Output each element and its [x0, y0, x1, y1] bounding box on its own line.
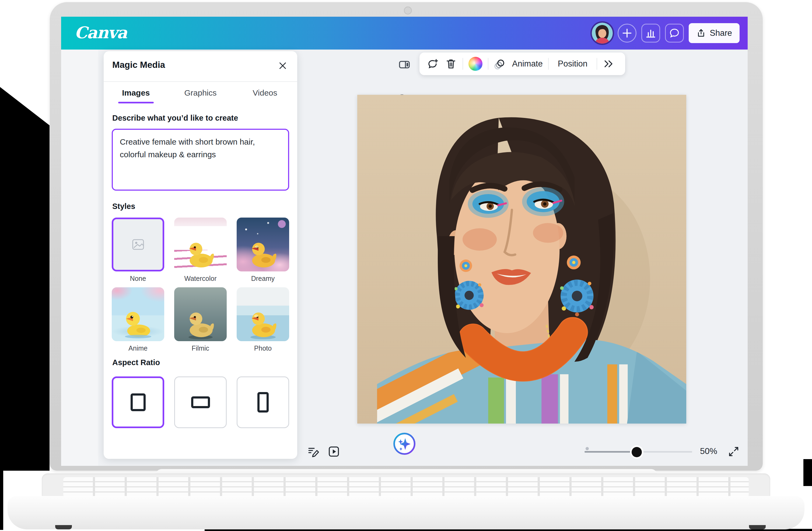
style-option-none[interactable] [112, 218, 164, 271]
fullscreen-button[interactable] [727, 445, 740, 459]
style-option-photo[interactable] [237, 287, 289, 341]
style-option-dreamy[interactable] [237, 218, 289, 271]
notes-button[interactable] [307, 445, 320, 459]
duck-filmic [183, 308, 218, 340]
notes-icon [307, 445, 320, 458]
laptop-camera [404, 6, 412, 15]
describe-heading: Describe what you’d like to create [112, 114, 238, 123]
toolbar-divider [597, 58, 597, 70]
insights-icon [645, 27, 657, 39]
background-artifact-right [803, 459, 812, 486]
aspect-option-landscape[interactable] [174, 376, 227, 428]
background-artifact-left [0, 87, 49, 471]
avatar[interactable] [592, 23, 613, 44]
top-bar: Canva [61, 17, 748, 49]
context-toolbar: Animate Position [419, 53, 625, 75]
close-button[interactable] [275, 58, 290, 73]
square-ratio-icon [131, 393, 146, 411]
aspect-option-portrait[interactable] [237, 376, 289, 428]
top-bar-controls: Share [592, 17, 740, 49]
animate-motion-icon[interactable] [494, 57, 507, 70]
toolbar-divider [488, 58, 488, 70]
insights-button[interactable] [641, 24, 660, 43]
duck-watercolor [183, 238, 218, 270]
portrait-ratio-icon [257, 392, 269, 413]
style-label: Photo [237, 344, 289, 352]
style-label: Dreamy [237, 275, 289, 283]
page: Canva [0, 0, 812, 531]
add-icon [621, 27, 633, 39]
share-upload-icon [696, 28, 706, 38]
panel-tabs: Images Graphics Videos [104, 82, 297, 104]
add-button[interactable] [618, 24, 636, 43]
canva-app-window: Canva [61, 17, 748, 466]
laptop-base [8, 496, 804, 529]
duck-photo [246, 308, 280, 340]
ai-assistant-icon [393, 432, 416, 455]
ai-assistant-button[interactable] [393, 432, 416, 455]
styles-heading: Styles [112, 202, 135, 211]
present-button[interactable] [328, 445, 340, 459]
background-artifact-left-bottom [0, 471, 3, 530]
image-placeholder-icon [131, 238, 145, 252]
design-icon [398, 58, 411, 71]
sidebar-item-design[interactable] [397, 58, 411, 72]
style-label: Filmic [174, 344, 227, 352]
comment-add-icon[interactable] [426, 57, 439, 70]
aspect-ratio-heading: Aspect Ratio [112, 358, 160, 367]
panel-title: Magic Media [112, 60, 165, 70]
duck-anime [121, 308, 155, 340]
zoom-fit-marker [585, 447, 589, 450]
position-button[interactable]: Position [554, 59, 591, 69]
design-canvas-image[interactable] [357, 95, 686, 424]
laptop-keys [63, 477, 749, 498]
style-label: Watercolor [174, 275, 227, 283]
prompt-input[interactable]: Creative female with short brown hair, c… [112, 129, 289, 191]
tab-videos[interactable]: Videos [233, 82, 297, 104]
tab-graphics[interactable]: Graphics [168, 82, 233, 104]
tab-images[interactable]: Images [104, 82, 168, 104]
zoom-percent: 50% [694, 446, 723, 456]
sidebar [61, 49, 98, 466]
style-label: Anime [112, 344, 164, 352]
share-label: Share [710, 28, 732, 38]
style-option-anime[interactable] [112, 287, 164, 341]
portrait-photo [357, 95, 686, 424]
animate-button[interactable]: Animate [512, 59, 543, 69]
style-option-watercolor[interactable] [174, 218, 227, 271]
close-icon [278, 61, 288, 71]
zoom-slider-thumb[interactable] [632, 447, 642, 457]
share-button[interactable]: Share [689, 23, 740, 43]
duck-dreamy [246, 238, 280, 270]
magic-media-panel: Magic Media Images Graphics Videos [104, 51, 297, 459]
more-chevrons-icon[interactable] [603, 58, 614, 70]
toolbar-divider [463, 58, 463, 70]
style-option-filmic[interactable] [174, 287, 227, 341]
style-label: None [112, 275, 164, 283]
active-tab-underline [118, 102, 154, 103]
landscape-ratio-icon [191, 396, 210, 408]
comments-button[interactable] [665, 24, 684, 43]
canva-logo: Canva [75, 17, 127, 49]
color-wheel-icon[interactable] [468, 57, 482, 71]
laptop-foot-left [55, 525, 72, 529]
laptop-foot-right [749, 525, 766, 529]
comments-icon [668, 27, 680, 39]
zoom-slider-fill [584, 451, 636, 453]
toolbar-divider [548, 58, 549, 70]
fullscreen-icon [727, 445, 740, 458]
aspect-option-square[interactable] [112, 376, 164, 428]
trash-icon[interactable] [445, 58, 457, 70]
present-icon [328, 445, 340, 458]
